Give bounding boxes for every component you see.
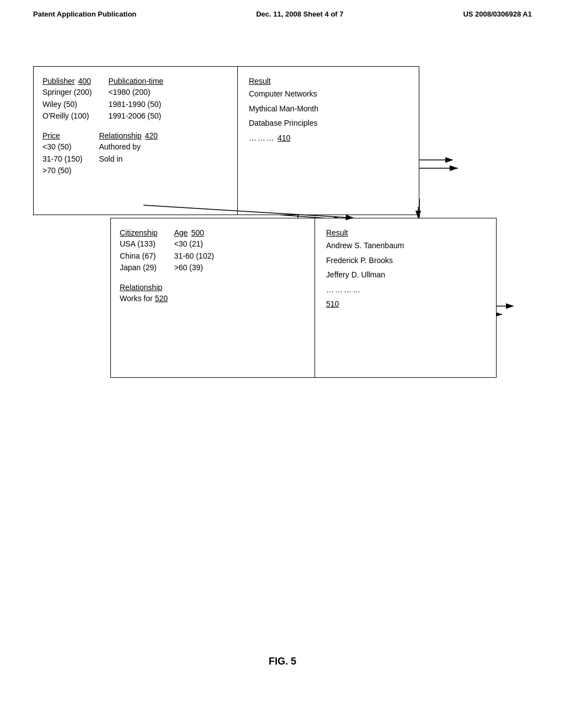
price-item-3: >70 (50) — [42, 165, 82, 177]
citizenship-items: USA (133) China (67) Japan (29) — [120, 238, 157, 274]
publisher-item-1: Springer (200) — [42, 87, 92, 99]
upper-dotted-number: 410 — [278, 131, 290, 146]
publication-time-label: Publication-time — [109, 77, 164, 85]
citizenship-item-3: Japan (29) — [120, 262, 157, 274]
works-for-number: 520 — [155, 293, 168, 305]
relationship-item-1: Authored by — [99, 141, 157, 153]
lower-result-item-3: Jeffery D. Ullman — [326, 267, 485, 282]
pub-time-item-3: 1991-2006 (50) — [109, 110, 164, 122]
upper-result-item-1: Computer Networks — [249, 87, 408, 101]
price-items: <30 (50) 31-70 (150) >70 (50) — [42, 141, 82, 177]
works-for-text: Works for — [120, 293, 153, 305]
lower-dotted-number: 510 — [326, 299, 339, 308]
pub-time-item-1: <1980 (200) — [109, 87, 164, 99]
lower-bottom-section: Relationship Works for 520 — [120, 283, 306, 305]
relationship-label: Relationship — [99, 131, 141, 140]
header-publication-type: Patent Application Publication — [33, 10, 136, 18]
citizenship-block: Citizenship USA (133) China (67) Japan (… — [120, 228, 157, 274]
relationship-block: Relationship 420 Authored by Sold in — [99, 131, 157, 177]
upper-top-section: Publisher 400 Springer (200) Wiley (50) … — [42, 77, 228, 122]
citizenship-label: Citizenship — [120, 228, 157, 237]
lower-relationship-label: Relationship — [120, 283, 162, 292]
age-block: Age 500 <30 (21) 31-60 (102) >60 (39) — [174, 228, 214, 274]
upper-result-item-2: Mythical Man-Month — [249, 101, 408, 116]
citizenship-item-2: China (67) — [120, 250, 157, 263]
lower-dots: ………… — [326, 282, 361, 297]
lower-facet-box: Citizenship USA (133) China (67) Japan (… — [110, 218, 497, 378]
price-block: Price <30 (50) 31-70 (150) >70 (50) — [42, 131, 82, 177]
upper-result-items: Computer Networks Mythical Man-Month Dat… — [249, 87, 408, 145]
age-item-1: <30 (21) — [174, 238, 214, 250]
header-date-sheet: Dec. 11, 2008 Sheet 4 of 7 — [256, 10, 343, 18]
lower-result-item-1: Andrew S. Tanenbaum — [326, 238, 485, 253]
lower-top-section: Citizenship USA (133) China (67) Japan (… — [120, 228, 306, 274]
price-label: Price — [42, 131, 60, 140]
age-number: 500 — [191, 228, 204, 237]
publication-time-block: Publication-time <1980 (200) 1981-1990 (… — [109, 77, 164, 122]
fig-label-text: FIG. 5 — [269, 656, 296, 667]
publication-time-items: <1980 (200) 1981-1990 (50) 1991-2006 (50… — [109, 87, 164, 122]
upper-left-panel: Publisher 400 Springer (200) Wiley (50) … — [34, 67, 238, 215]
lower-result-item-2: Frederick P. Brooks — [326, 253, 485, 268]
age-label: Age — [174, 228, 188, 237]
relationship-items: Authored by Sold in — [99, 141, 157, 165]
lower-right-panel: Result Andrew S. Tanenbaum Frederick P. … — [315, 218, 496, 377]
publisher-label: Publisher — [42, 77, 74, 85]
lower-left-panel: Citizenship USA (133) China (67) Japan (… — [111, 218, 315, 377]
price-item-2: 31-70 (150) — [42, 153, 82, 165]
relationship-item-2: Sold in — [99, 153, 157, 165]
publisher-block: Publisher 400 Springer (200) Wiley (50) … — [42, 77, 92, 122]
lower-result-dotted: ………… — [326, 282, 485, 297]
works-for-item: Works for 520 — [120, 293, 168, 305]
lower-result-items: Andrew S. Tanenbaum Frederick P. Brooks … — [326, 238, 485, 312]
publisher-number: 400 — [78, 77, 90, 85]
upper-result-label: Result — [249, 77, 271, 85]
publisher-item-3: O'Reilly (100) — [42, 110, 92, 122]
age-item-2: 31-60 (102) — [174, 250, 214, 263]
upper-result-dotted: ……… 410 — [249, 131, 408, 146]
citizenship-item-1: USA (133) — [120, 238, 157, 250]
upper-right-panel: Result Computer Networks Mythical Man-Mo… — [238, 67, 419, 215]
upper-facet-box: Publisher 400 Springer (200) Wiley (50) … — [33, 66, 419, 215]
age-item-3: >60 (39) — [174, 262, 214, 274]
publisher-item-2: Wiley (50) — [42, 99, 92, 111]
age-items: <30 (21) 31-60 (102) >60 (39) — [174, 238, 214, 274]
publisher-items: Springer (200) Wiley (50) O'Reilly (100) — [42, 87, 92, 122]
lower-relationship-items: Works for 520 — [120, 293, 168, 305]
lower-relationship-block: Relationship Works for 520 — [120, 283, 168, 305]
pub-time-item-2: 1981-1990 (50) — [109, 99, 164, 111]
price-item-1: <30 (50) — [42, 141, 82, 153]
relationship-number: 420 — [145, 131, 157, 140]
upper-bottom-section: Price <30 (50) 31-70 (150) >70 (50) Rela… — [42, 131, 228, 177]
header-patent-number: US 2008/0306928 A1 — [463, 10, 532, 18]
upper-dots: ……… — [249, 131, 275, 146]
upper-result-item-3: Database Principles — [249, 116, 408, 131]
page-header: Patent Application Publication Dec. 11, … — [0, 0, 565, 18]
figure-label: FIG. 5 — [0, 656, 565, 667]
lower-result-label: Result — [326, 228, 348, 237]
